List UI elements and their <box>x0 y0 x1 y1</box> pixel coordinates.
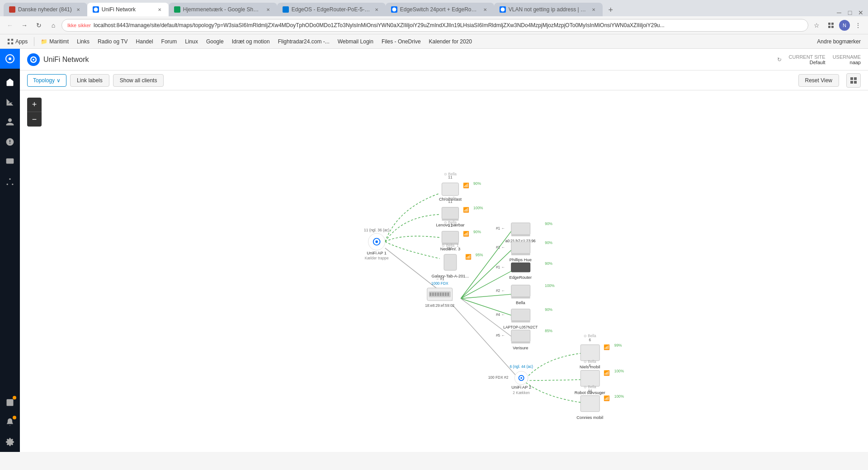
node-connies[interactable]: ⊙ Bella 44 📶 100% Connies mobil <box>576 385 624 420</box>
node-niels[interactable]: ⊙ Bella 6 📶 99% Niels mobil <box>580 334 622 369</box>
extensions-button[interactable] <box>825 19 837 32</box>
sidebar-item-settings-top[interactable] <box>0 172 20 192</box>
wifi-icon-chromecast: 📶 <box>463 182 469 188</box>
node-laptop[interactable]: #4 ← 90% LAPTOP-L057N2CT <box>496 307 553 329</box>
bookmark-maritimt[interactable]: 📁 Maritimt <box>37 38 72 46</box>
tab-edgeos[interactable]: EdgeOS - EdgeRouter-PoE-5-Po... ✕ <box>277 3 386 16</box>
app-logo-area: UniFi Network <box>27 53 89 66</box>
node-unifi-ap2[interactable]: 6 (ngl. 44 (ac) 100 FDX #2 UniFi AP 2 2 … <box>488 364 533 395</box>
connies-percent: 100% <box>614 394 624 399</box>
svg-rect-35 <box>442 292 444 296</box>
sidebar-item-events[interactable] <box>0 392 20 412</box>
svg-rect-32 <box>435 292 437 296</box>
bookmark-apps[interactable]: Apps <box>4 38 31 46</box>
bookmark-google[interactable]: Google <box>203 38 227 46</box>
tab-bar: Danske nyheder (841) ✕ UniFi Network ✕ H… <box>0 0 868 16</box>
link-labels-button[interactable]: Link labels <box>70 74 109 87</box>
node-edgerouter[interactable]: #1 ← 90% EdgeRouter <box>496 261 553 280</box>
tab-vlan[interactable]: VLAN not getting ip address | U... ✕ <box>494 3 603 16</box>
reload-button[interactable]: ↻ <box>33 19 45 32</box>
zoom-in-button[interactable]: + <box>27 98 42 112</box>
sidebar-logo[interactable] <box>0 49 20 69</box>
grid-view-button[interactable] <box>846 73 861 88</box>
tab-favicon-unifi <box>93 6 99 13</box>
bookmark-star[interactable]: ☆ <box>810 19 823 32</box>
topology-dropdown[interactable]: Topology ∨ <box>27 74 66 87</box>
current-site-value[interactable]: Default <box>810 60 826 65</box>
home-button[interactable]: ⌂ <box>47 19 60 32</box>
sidebar-item-clients[interactable] <box>0 112 20 132</box>
maximize-button[interactable]: □ <box>846 9 854 16</box>
bookmark-flightradar[interactable]: Flightradar24.com -... <box>274 38 333 46</box>
tab-edgeswitch[interactable]: EdgeSwitch 24port + EdgeRoute... ✕ <box>386 3 494 16</box>
node-bella[interactable]: #2 ← 100% Bella <box>496 283 555 305</box>
bookmark-forum[interactable]: Forum <box>158 38 181 46</box>
tab-sheets[interactable]: Hjemmenetværk - Google Sheets ✕ <box>169 3 277 16</box>
node-ap1-badge: 11 (ngl. 36 (ac) <box>364 228 389 232</box>
toolbar: Topology ∨ Link labels Show all clients … <box>20 70 868 90</box>
new-tab-button[interactable]: + <box>604 4 617 16</box>
topology-label: Topology <box>33 77 55 84</box>
tab-close-edgeos[interactable]: ✕ <box>373 6 380 13</box>
sidebar-item-devices[interactable] <box>0 152 20 172</box>
bookmark-radio[interactable]: Radio og TV <box>94 38 132 46</box>
node-lenovo-sublabel: ⊙ Bella <box>444 196 457 201</box>
edge-ap2-niels <box>526 353 583 378</box>
bookmark-kalender[interactable]: Kalender for 2020 <box>425 38 476 46</box>
node-philips[interactable]: #1 ← 90% Phillips Hue <box>496 240 553 262</box>
tab-title-edgeos: EdgeOS - EdgeRouter-PoE-5-Po... <box>292 6 370 13</box>
chromecast-percent: 90% <box>473 181 481 186</box>
clients-icon <box>5 118 14 127</box>
sidebar-item-alerts[interactable] <box>0 132 20 152</box>
node-unifi-ap1[interactable]: UniFi AP 1 Kælder trappe 11 (ngl. 36 (ac… <box>364 228 389 260</box>
tab-title-sheets: Hjemmenetværk - Google Sheets <box>183 6 262 13</box>
bookmark-onedrive[interactable]: Files - OneDrive <box>378 38 425 46</box>
app-title: UniFi Network <box>43 56 89 64</box>
refresh-button[interactable]: ↻ <box>777 56 782 63</box>
bookmark-links[interactable]: Links <box>73 38 93 46</box>
tab-close-edgeswitch[interactable]: ✕ <box>481 6 489 13</box>
forward-button[interactable]: → <box>18 19 31 32</box>
show-all-clients-button[interactable]: Show all clients <box>113 74 164 87</box>
back-button[interactable]: ← <box>4 19 16 32</box>
reset-view-button[interactable]: Reset View <box>798 74 839 87</box>
top-bar-right: ↻ CURRENT SITE Default USERNAME naap <box>777 54 861 65</box>
svg-rect-51 <box>511 309 530 321</box>
svg-rect-31 <box>432 292 434 296</box>
bookmark-handel[interactable]: Handel <box>132 38 157 46</box>
tab-close-danske[interactable]: ✕ <box>75 6 82 13</box>
tab-close-vlan[interactable]: ✕ <box>590 6 597 13</box>
edge-ap1-nedis <box>385 236 440 241</box>
node-switch[interactable]: 1000 FDX → #1 18:e8:29:ef:59:02 <box>425 277 454 308</box>
svg-rect-6 <box>831 26 834 28</box>
tab-favicon-edgeos <box>283 6 289 13</box>
node-verisure[interactable]: #5 ← 85% Verisure <box>496 329 553 350</box>
sidebar-item-statistics[interactable] <box>0 92 20 112</box>
menu-button[interactable]: ⋮ <box>852 19 864 32</box>
address-bar[interactable]: Ikke sikker localhost:8443/manage/site/d… <box>61 19 808 32</box>
node-galaxy-label: Galaxy-Tab-A-201... <box>432 274 469 278</box>
sidebar-item-dashboard[interactable] <box>0 72 20 92</box>
svg-rect-23 <box>850 81 853 84</box>
edge-ap1-lenovo <box>385 214 440 241</box>
tab-close-sheets[interactable]: ✕ <box>264 6 272 13</box>
svg-rect-3 <box>828 23 830 25</box>
svg-rect-58 <box>580 345 599 361</box>
bookmark-andre[interactable]: Andre bogmærker <box>813 38 864 46</box>
avatar-button[interactable]: N <box>839 20 850 31</box>
bookmark-webmail[interactable]: Webmail Login <box>334 38 377 46</box>
zoom-out-button[interactable]: − <box>27 112 42 127</box>
svg-rect-21 <box>850 77 853 80</box>
svg-rect-53 <box>511 330 530 342</box>
tab-close-unifi[interactable]: ✕ <box>156 6 163 13</box>
tab-danske[interactable]: Danske nyheder (841) ✕ <box>4 3 87 16</box>
sidebar-item-settings-bottom[interactable] <box>0 432 20 452</box>
bookmark-linux[interactable]: Linux <box>181 38 202 46</box>
tab-unifi[interactable]: UniFi Network ✕ <box>87 3 169 16</box>
minimize-button[interactable]: ─ <box>835 9 843 16</box>
username-value[interactable]: naap <box>850 60 861 65</box>
bookmark-idraet[interactable]: Idræt og motion <box>228 38 274 46</box>
tab-favicon-edgeswitch <box>391 6 397 13</box>
sidebar-item-alerts-bottom[interactable] <box>0 412 20 432</box>
close-button[interactable]: ✕ <box>857 9 864 16</box>
